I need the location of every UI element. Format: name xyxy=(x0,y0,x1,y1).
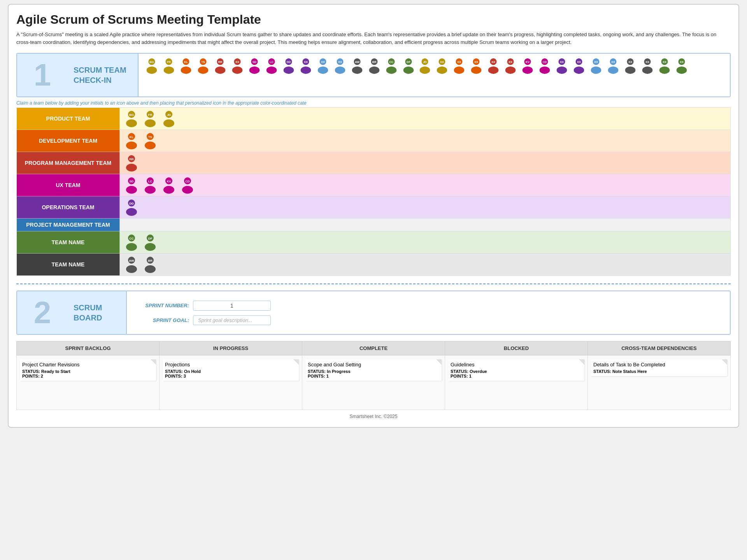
svg-point-55 xyxy=(454,66,465,74)
section1-label: SCRUM TEAM CHECK-IN xyxy=(68,54,138,96)
card-title: Guidelines xyxy=(451,362,582,368)
svg-point-4 xyxy=(164,66,174,74)
section1-number-block: 1 xyxy=(17,54,68,96)
svg-point-97 xyxy=(126,119,137,127)
team-label: TEAM NAME xyxy=(17,231,120,254)
sprint-goal-label: SPRINT GOAL: xyxy=(135,317,189,323)
team-label: DEVELOPMENT TEAM xyxy=(17,130,120,152)
svg-point-28 xyxy=(301,66,311,74)
team-row: TEAM NAMECCDF xyxy=(17,231,731,254)
header-avatar: XX xyxy=(606,58,621,75)
sprint-goal-value[interactable]: Sprint goal description... xyxy=(193,315,271,325)
svg-point-130 xyxy=(126,243,137,251)
claim-instruction: Claim a team below by adding your initia… xyxy=(16,100,731,106)
svg-point-13 xyxy=(215,66,226,74)
team-member-avatar: DF xyxy=(142,234,158,251)
header-avatar: XX xyxy=(640,58,655,75)
team-member-avatar: LC xyxy=(142,177,158,194)
svg-text:RR: RR xyxy=(218,60,223,64)
svg-text:TS: TS xyxy=(201,60,205,64)
header-avatar: BR xyxy=(367,58,382,74)
svg-text:XX: XX xyxy=(457,60,461,64)
header-avatar: XX xyxy=(469,58,484,75)
header-avatar: KV xyxy=(520,58,535,75)
header-avatar: XX xyxy=(435,58,449,75)
svg-text:XX: XX xyxy=(440,60,444,64)
sprint-board-column-header: CROSS-TEAM DEPENDENCIES xyxy=(588,341,731,355)
card-points: POINTS: 1 xyxy=(451,374,582,378)
team-members-cell: BGFRJD xyxy=(120,108,731,130)
svg-text:JD: JD xyxy=(423,60,427,64)
header-avatar: XX xyxy=(503,58,518,75)
team-members-cell xyxy=(120,219,731,231)
svg-point-34 xyxy=(335,66,345,74)
svg-point-64 xyxy=(505,66,516,74)
svg-point-16 xyxy=(232,66,243,74)
card-status: STATUS: In Progress xyxy=(308,369,439,374)
svg-point-88 xyxy=(642,66,653,74)
header-avatar: CD xyxy=(537,58,552,75)
svg-text:BG: BG xyxy=(129,113,134,117)
svg-text:AW: AW xyxy=(355,60,360,64)
team-label: TEAM NAME xyxy=(17,254,120,276)
svg-text:FR: FR xyxy=(148,113,153,117)
sprint-number-label: SPRINT NUMBER: xyxy=(135,303,189,308)
svg-point-52 xyxy=(437,66,447,74)
svg-text:BG: BG xyxy=(149,60,154,64)
team-row: PROJECT MANAGEMENT TEAM xyxy=(17,219,731,231)
section2-number-block: 2 xyxy=(17,291,68,334)
header-avatar: XX xyxy=(674,58,689,75)
card-title: Details of Task to Be Completed xyxy=(593,362,725,368)
team-row: TEAM NAMEAWBR xyxy=(17,254,731,276)
team-member-avatar: BR xyxy=(142,256,158,273)
sprint-board-card: ProjectionsSTATUS: On HoldPOINTS: 3 xyxy=(160,355,302,410)
team-member-avatar: DD xyxy=(124,199,139,216)
svg-text:RR: RR xyxy=(129,158,134,161)
svg-text:SD: SD xyxy=(129,180,133,183)
sprint-board-column-header: COMPLETE xyxy=(302,341,445,355)
svg-point-85 xyxy=(625,66,636,74)
team-members-cell: AWBR xyxy=(120,254,731,276)
sprint-board-card: Scope and Goal SettingSTATUS: In Progres… xyxy=(302,355,445,410)
section1-label-text: SCRUM TEAM CHECK-IN xyxy=(74,65,126,85)
svg-point-124 xyxy=(182,186,193,194)
header-avatar: FR xyxy=(161,58,176,74)
svg-point-82 xyxy=(608,66,619,74)
header-avatar: XX xyxy=(554,58,569,75)
svg-point-22 xyxy=(267,66,277,74)
sprint-number-value: 1 xyxy=(193,301,271,311)
card-points: POINTS: 2 xyxy=(22,374,154,378)
team-member-avatar: BG xyxy=(124,110,139,127)
team-label: PRODUCT TEAM xyxy=(17,108,120,130)
svg-point-79 xyxy=(591,66,601,74)
svg-point-58 xyxy=(471,66,482,74)
svg-text:XX: XX xyxy=(321,60,325,64)
svg-point-19 xyxy=(249,66,260,74)
avatar-grid: BGFRKLTSRRXXSDLCDDXXXXXXAWBRCCDFJDXXXXXX… xyxy=(144,58,724,75)
svg-point-73 xyxy=(557,66,567,74)
header-avatar: DF xyxy=(401,58,416,74)
section2-wrapper: 2 SCRUM BOARD SPRINT NUMBER: 1 SPRINT GO… xyxy=(16,290,731,335)
svg-text:XX: XX xyxy=(560,60,564,64)
card-title: Project Charter Revisions xyxy=(22,362,154,368)
team-member-avatar: KL xyxy=(124,132,139,149)
header-avatar: DD xyxy=(281,58,296,74)
team-row: PROGRAM MANAGEMENT TEAMRR xyxy=(17,152,731,174)
team-label: OPERATIONS TEAM xyxy=(17,196,120,219)
svg-point-136 xyxy=(126,265,137,273)
svg-text:CD: CD xyxy=(543,60,547,64)
header-avatar: XX xyxy=(316,58,330,74)
svg-text:XX: XX xyxy=(509,60,512,64)
team-member-avatar: TS xyxy=(142,132,158,149)
team-members-cell: SDLCKVCD xyxy=(120,174,731,196)
svg-point-118 xyxy=(145,186,156,194)
section2-label-text: SCRUM BOARD xyxy=(74,303,102,323)
svg-text:KL: KL xyxy=(130,135,134,139)
header-avatar: XX xyxy=(589,58,603,75)
svg-point-61 xyxy=(488,66,499,74)
teams-table: PRODUCT TEAMBGFRJDDEVELOPMENT TEAMKLTSPR… xyxy=(16,107,731,276)
svg-text:XX: XX xyxy=(645,60,649,64)
svg-text:KV: KV xyxy=(167,180,171,183)
main-container: Agile Scrum of Scrums Meeting Template A… xyxy=(8,4,739,428)
sprint-board-column-header: BLOCKED xyxy=(445,341,588,355)
